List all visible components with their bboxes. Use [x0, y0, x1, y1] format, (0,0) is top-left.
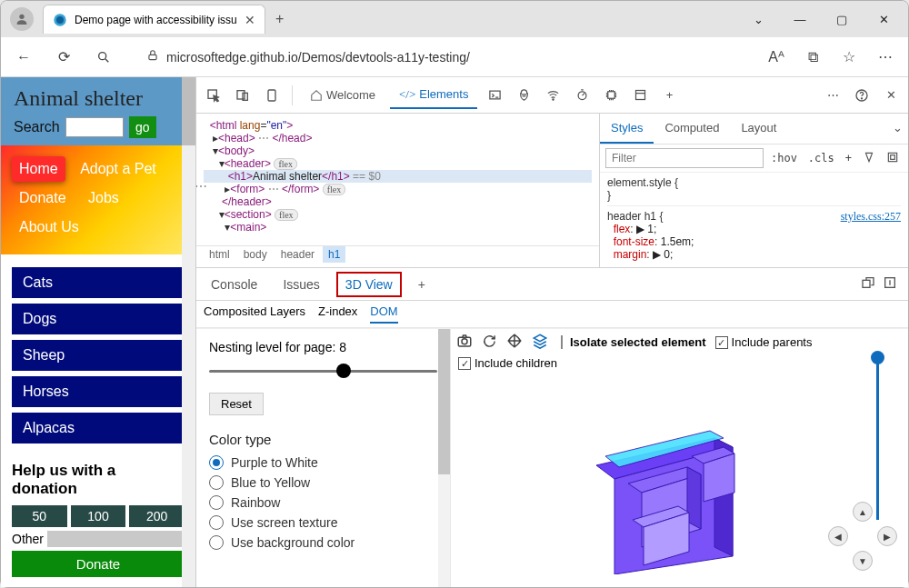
reset-button[interactable]: Reset: [209, 393, 264, 415]
styles-expand-icon[interactable]: ⌄: [887, 114, 908, 144]
category-sheep[interactable]: Sheep: [12, 340, 185, 371]
drawer-tab-issues[interactable]: Issues: [274, 272, 328, 297]
more-tabs-plus-icon[interactable]: +: [657, 84, 681, 107]
settings-more-button[interactable]: ⋯: [872, 44, 899, 71]
dpad-down-icon[interactable]: ▼: [853, 551, 873, 571]
minimize-button[interactable]: —: [781, 5, 819, 33]
donation-amount-100[interactable]: 100: [71, 505, 126, 527]
subtab-composited-layers[interactable]: Composited Layers: [204, 304, 305, 324]
color-opt-purple-white[interactable]: Purple to White: [209, 453, 437, 473]
retake-icon[interactable]: [482, 334, 497, 352]
page-scrollbar[interactable]: [182, 77, 195, 587]
color-opt-rainbow[interactable]: Rainbow: [209, 493, 437, 513]
element-style-rule[interactable]: element.style {: [607, 176, 901, 189]
rotate-dpad[interactable]: ▲ ▼ ◀ ▶: [828, 502, 897, 571]
category-alpacas[interactable]: Alpacas: [12, 413, 185, 443]
tab-welcome[interactable]: Welcome: [301, 83, 385, 107]
sources-tab-icon[interactable]: [512, 84, 535, 107]
color-opt-blue-yellow[interactable]: Blue to Yellow: [209, 473, 437, 493]
page-title: Animal shelter: [14, 86, 183, 111]
search-button[interactable]: [90, 44, 117, 71]
donation-amount-200[interactable]: 200: [129, 505, 185, 527]
drawer-tab-console[interactable]: Console: [202, 272, 266, 297]
devtools-more-icon[interactable]: ⋯: [821, 84, 844, 107]
nav-donate[interactable]: Donate: [12, 185, 74, 211]
drawer-add-tab-icon[interactable]: +: [409, 272, 435, 297]
application-tab-icon[interactable]: [628, 84, 652, 107]
drawer-tab-3d-view[interactable]: 3D View: [336, 272, 402, 297]
devtools-close-icon[interactable]: ✕: [879, 84, 903, 107]
tab-computed[interactable]: Computed: [654, 114, 730, 144]
styles-filter-input[interactable]: [605, 148, 764, 168]
category-cats[interactable]: Cats: [12, 267, 185, 298]
computed-styles-icon[interactable]: [883, 149, 903, 168]
dpad-left-icon[interactable]: ◀: [828, 526, 848, 546]
pan-icon[interactable]: [506, 333, 523, 352]
nav-home[interactable]: Home: [12, 156, 65, 182]
screenshot-icon[interactable]: [456, 333, 473, 352]
device-emulation-icon[interactable]: [260, 84, 284, 107]
font-editor-icon[interactable]: [859, 149, 879, 168]
new-tab-button[interactable]: +: [265, 11, 295, 27]
tab-elements[interactable]: </> Elements: [390, 82, 477, 109]
devtools-help-icon[interactable]: [850, 84, 874, 107]
3d-visualization[interactable]: [578, 393, 787, 574]
nesting-level-slider[interactable]: [209, 364, 437, 378]
nav-menu: Home Adopt a Pet Donate Jobs About Us: [1, 145, 195, 254]
drawer-dock-icon[interactable]: [861, 275, 875, 293]
zoom-slider[interactable]: [876, 356, 879, 520]
subtab-dom[interactable]: DOM: [370, 304, 397, 324]
category-horses[interactable]: Horses: [12, 376, 185, 407]
immersive-reader-button[interactable]: ⧉: [799, 44, 826, 71]
other-amount-input[interactable]: [47, 531, 196, 547]
nav-jobs[interactable]: Jobs: [81, 185, 126, 211]
console-tab-icon[interactable]: [483, 84, 506, 107]
drawer-expand-icon[interactable]: [883, 275, 897, 293]
nav-adopt[interactable]: Adopt a Pet: [73, 156, 164, 182]
dom-breadcrumb[interactable]: html body header h1: [196, 245, 599, 267]
include-parents-checkbox[interactable]: ✓Include parents: [715, 335, 813, 349]
subtab-z-index[interactable]: Z-index: [318, 304, 357, 324]
nav-about[interactable]: About Us: [12, 214, 86, 240]
device-toggle-icon[interactable]: [231, 84, 255, 107]
read-aloud-button[interactable]: Aᴬ: [763, 44, 790, 71]
dom-tree[interactable]: ⋯ <html lang="en"> ▸<head> ⋯ </head> ▾<b…: [196, 114, 599, 267]
donation-amount-50[interactable]: 50: [12, 505, 67, 527]
refresh-button[interactable]: ⟳: [50, 44, 77, 71]
tab-styles[interactable]: Styles: [600, 114, 654, 144]
search-input[interactable]: [65, 117, 124, 137]
tab-close-icon[interactable]: ✕: [245, 13, 255, 27]
chevron-down-icon[interactable]: ⌄: [739, 5, 777, 33]
color-opt-background-color[interactable]: Use background color: [209, 533, 437, 553]
address-bar[interactable]: microsoftedge.github.io/Demos/devtools-a…: [135, 43, 744, 72]
styles-pane: Styles Computed Layout ⌄ :hov .cls +: [599, 114, 908, 267]
controls-scrollbar[interactable]: [438, 329, 450, 587]
layers-icon[interactable]: [532, 333, 548, 352]
donate-button[interactable]: Donate: [12, 551, 185, 577]
go-button[interactable]: go: [129, 116, 156, 138]
maximize-button[interactable]: ▢: [823, 5, 861, 33]
dpad-up-icon[interactable]: ▲: [853, 502, 873, 522]
3d-view-canvas-area[interactable]: Isolate selected element ✓Include parent…: [451, 329, 908, 587]
new-style-rule-icon[interactable]: +: [842, 150, 855, 166]
window-close-button[interactable]: ✕: [864, 5, 903, 33]
memory-tab-icon[interactable]: [599, 84, 623, 107]
tab-layout[interactable]: Layout: [730, 114, 787, 144]
profile-avatar[interactable]: [10, 7, 34, 31]
color-opt-screen-texture[interactable]: Use screen texture: [209, 513, 437, 533]
network-tab-icon[interactable]: [541, 84, 564, 107]
back-button[interactable]: ←: [10, 44, 37, 71]
browser-tab-active[interactable]: Demo page with accessibility issu ✕: [43, 5, 265, 34]
inspect-element-icon[interactable]: [202, 84, 225, 107]
dpad-right-icon[interactable]: ▶: [877, 526, 897, 546]
rule-source-link[interactable]: styles.css:257: [841, 210, 901, 224]
svg-point-23: [462, 339, 467, 344]
favorite-button[interactable]: ☆: [835, 44, 863, 71]
include-children-checkbox[interactable]: ✓Include children: [458, 356, 557, 370]
row-actions-icon[interactable]: ⋯: [196, 179, 207, 194]
cls-toggle[interactable]: .cls: [804, 150, 838, 166]
svg-point-11: [553, 99, 554, 100]
hov-toggle[interactable]: :hov: [767, 150, 801, 166]
performance-tab-icon[interactable]: [570, 84, 594, 107]
category-dogs[interactable]: Dogs: [12, 304, 185, 334]
